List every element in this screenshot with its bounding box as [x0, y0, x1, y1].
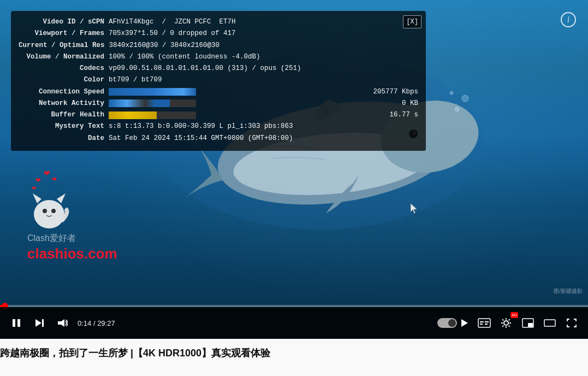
stats-label-viewport: Viewport / Frames: [19, 28, 109, 39]
stats-row-resolution: Current / Optimal Res 3840x2160@30 / 384…: [19, 40, 418, 51]
clashios-site-text: clashios.com: [27, 245, 117, 262]
time-display: 0:14 / 29:27: [78, 319, 115, 327]
video-player[interactable]: ❤ ❤ ❤ ❤ Clash爱好者 clashios.com [X] Video …: [0, 0, 588, 339]
stats-label-connection: Connection Speed: [19, 86, 109, 98]
svg-marker-14: [33, 193, 41, 203]
network-activity-bar-container: [109, 99, 358, 107]
stats-value-date: Sat Feb 24 2024 15:15:44 GMT+0800 (GMT+0…: [109, 133, 418, 144]
stats-value-mystery: s:8 t:13.73 b:0.000-30.399 L pl_i:303 pb…: [109, 121, 418, 132]
svg-rect-24: [478, 319, 490, 327]
stats-row-color: Color bt709 / bt709: [19, 74, 418, 86]
play-icon: [459, 318, 470, 328]
theater-button[interactable]: [542, 315, 557, 331]
svg-text:❤: ❤: [44, 171, 50, 178]
svg-point-17: [51, 209, 56, 213]
svg-marker-23: [461, 319, 468, 327]
svg-point-16: [43, 209, 47, 213]
clashios-cn-text: Clash爱好者: [27, 233, 117, 244]
stats-row-network: Network Activity 0 KB: [19, 98, 418, 109]
stats-label-codecs: Codecs: [19, 63, 109, 74]
stats-value-network: 0 KB: [358, 98, 418, 109]
stats-row-mystery: Mystery Text s:8 t:13.73 b:0.000-30.399 …: [19, 121, 418, 132]
stats-value-buffer: 16.77 s: [358, 109, 418, 121]
stats-value-color: bt709 / bt709: [109, 74, 418, 86]
svg-text:❤: ❤: [35, 177, 41, 184]
network-activity-bar: [109, 99, 196, 107]
svg-rect-28: [485, 324, 488, 325]
fullscreen-button[interactable]: [564, 315, 579, 331]
connection-speed-bar: [109, 88, 196, 96]
mascot-svg: ❤ ❤ ❤ ❤: [27, 171, 71, 231]
subtitles-button[interactable]: [477, 315, 492, 331]
stats-label-network: Network Activity: [19, 98, 109, 109]
stats-row-viewport: Viewport / Frames 705x397*1.50 / 0 dropp…: [19, 28, 418, 39]
stats-row-date: Date Sat Feb 24 2024 15:15:44 GMT+0800 (…: [19, 133, 418, 144]
svg-rect-21: [42, 319, 44, 327]
stats-panel: [X] Video ID / sCPN AFhViT4Kbgc / JZCN P…: [11, 11, 426, 151]
clashios-watermark: ❤ ❤ ❤ ❤ Clash爱好者 clashios.com: [27, 171, 117, 262]
network-activity-fill: [109, 99, 170, 107]
stats-row-codecs: Codecs vp09.00.51.08.01.01.01.01.00 (313…: [19, 63, 418, 74]
next-button[interactable]: [32, 315, 47, 331]
stats-value-codecs: vp09.00.51.08.01.01.01.01.00 (313) / opu…: [109, 63, 418, 74]
stats-label-date: Date: [19, 133, 109, 144]
buffer-health-bar: [109, 111, 196, 119]
stats-row-connection: Connection Speed 205777 Kbps: [19, 86, 418, 98]
svg-marker-22: [58, 319, 64, 327]
svg-text:❤: ❤: [32, 185, 36, 191]
autoplay-knob: [448, 319, 456, 327]
svg-marker-15: [57, 193, 66, 203]
autoplay-toggle[interactable]: [437, 318, 470, 328]
photo-credit: 图/新疆摄影: [554, 287, 583, 295]
volume-button[interactable]: [55, 315, 70, 331]
svg-text:❤: ❤: [52, 176, 57, 183]
stats-row-volume: Volume / Normalized 100% / 100% (content…: [19, 51, 418, 63]
stats-value-connection: 205777 Kbps: [358, 86, 418, 98]
svg-rect-32: [544, 320, 555, 326]
mouse-cursor: [409, 202, 420, 218]
buffer-health-fill: [109, 111, 157, 119]
info-button[interactable]: i: [561, 12, 576, 27]
miniplayer-button[interactable]: [520, 315, 536, 331]
svg-point-7: [462, 95, 468, 102]
svg-rect-25: [480, 321, 484, 322]
stats-label-buffer: Buffer Health: [19, 109, 109, 121]
buffer-health-bar-container: [109, 111, 358, 119]
svg-point-8: [450, 91, 453, 95]
svg-rect-31: [528, 323, 533, 327]
controls-bar: 0:14 / 29:27: [0, 307, 588, 339]
stats-label-volume: Volume / Normalized: [19, 51, 109, 63]
svg-rect-26: [480, 324, 483, 325]
video-title: 跨越南极圈，拍到了一生所梦 |【4K HDR1000】真实观看体验: [0, 339, 588, 364]
stats-row-videoid: Video ID / sCPN AFhViT4Kbgc / JZCN PCFC …: [19, 16, 418, 28]
stats-value-viewport: 705x397*1.50 / 0 dropped of 417: [109, 28, 418, 39]
stats-close-button[interactable]: [X]: [403, 15, 421, 28]
right-controls: [437, 315, 579, 331]
connection-speed-bar-container: [109, 88, 358, 96]
stats-label-mystery: Mystery Text: [19, 121, 109, 132]
stats-value-volume: 100% / 100% (content loudness -4.0dB): [109, 51, 418, 63]
stats-value-resolution: 3840x2160@30 / 3840x2160@30: [109, 40, 418, 51]
settings-button[interactable]: [498, 315, 514, 331]
svg-point-29: [504, 321, 508, 325]
stats-label-color: Color: [19, 74, 109, 86]
pause-button[interactable]: [9, 315, 24, 331]
stats-row-buffer: Buffer Health 16.77 s: [19, 109, 418, 121]
stats-label-videoid: Video ID / sCPN: [19, 16, 109, 28]
info-icon: i: [567, 15, 569, 25]
stats-value-videoid: AFhViT4Kbgc / JZCN PCFC ET7H: [109, 16, 418, 28]
svg-marker-20: [35, 319, 41, 327]
svg-rect-27: [485, 321, 489, 322]
svg-rect-18: [13, 319, 15, 327]
svg-point-6: [455, 107, 459, 111]
stats-label-resolution: Current / Optimal Res: [19, 40, 109, 51]
autoplay-track[interactable]: [437, 318, 457, 328]
connection-speed-fill: [109, 88, 196, 96]
svg-point-13: [34, 200, 64, 228]
svg-rect-19: [17, 319, 20, 327]
